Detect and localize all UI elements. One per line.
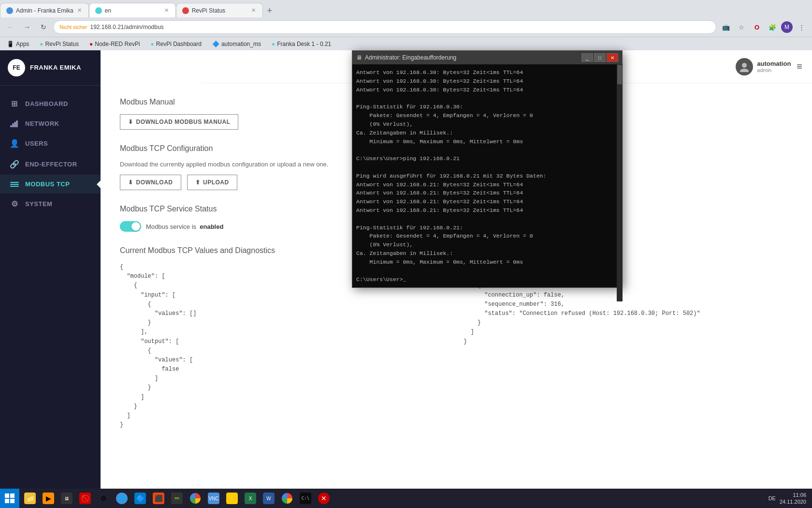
taskbar-item-app6[interactable]: 🔷 <box>131 490 149 507</box>
sidebar-item-network-label: NETWORK <box>25 120 59 127</box>
taskbar-item-app8[interactable]: 📟 <box>168 490 186 507</box>
tab-close-en[interactable]: ✕ <box>163 6 170 15</box>
app-container: FE FRANKA EMIKA ⊞ DASHBOARD NETWORK 👤 US… <box>0 50 812 489</box>
forward-button[interactable]: → <box>20 20 34 34</box>
terminal-title-text: Administrator: Eingabeaufforderung <box>365 54 456 61</box>
taskbar-item-excel[interactable]: X <box>242 490 259 507</box>
taskbar-item-app4[interactable]: 🚫 <box>76 490 94 507</box>
tab-favicon-revpi <box>182 7 189 14</box>
extensions-button[interactable]: 🧩 <box>766 20 779 34</box>
cast-button[interactable]: 📺 <box>719 20 733 34</box>
sidebar-navigation: ⊞ DASHBOARD NETWORK 👤 USERS 🔗 END-EFFECT… <box>0 86 101 489</box>
sidebar-item-users[interactable]: 👤 USERS <box>0 133 101 154</box>
svg-rect-11 <box>5 499 9 503</box>
taskbar-item-app9[interactable]: ⚡ <box>223 490 241 507</box>
tab-close-admin[interactable]: ✕ <box>76 6 83 15</box>
taskbar-lang: DE <box>768 495 776 501</box>
terminal-window: 🖥 Administrator: Eingabeaufforderung _ □… <box>352 50 623 288</box>
tab-revpi[interactable]: RevPi Status ✕ <box>176 3 263 17</box>
taskbar-item-chrome[interactable] <box>187 490 204 507</box>
tab-close-revpi[interactable]: ✕ <box>250 6 257 15</box>
sidebar-item-system[interactable]: ⚙ SYSTEM <box>0 194 101 214</box>
taskbar-item-cmd[interactable]: C:\ <box>297 490 314 507</box>
dashboard-icon: ⊞ <box>10 99 19 108</box>
bookmark-franka-desk[interactable]: ● Franka Desk 1 - 0.21 <box>269 40 334 48</box>
tab-title-admin: Admin - Franka Emika <box>16 7 73 14</box>
bookmark-franka-label: Franka Desk 1 - 0.21 <box>277 41 331 47</box>
user-role: admin <box>757 67 791 73</box>
taskbar-icon-cmd: C:\ <box>300 493 311 504</box>
address-bar[interactable]: Nicht sicher 192.168.0.21/admin/modbus <box>53 20 716 34</box>
tab-admin[interactable]: Admin - Franka Emika ✕ <box>0 3 89 17</box>
opera-icon[interactable]: O <box>750 20 764 34</box>
browser-actions: 📺 ☆ O 🧩 M ⋮ <box>719 20 808 34</box>
tab-en[interactable]: en ✕ <box>89 3 176 17</box>
taskbar-item-media[interactable]: ▶ <box>40 490 57 507</box>
svg-rect-9 <box>5 493 9 498</box>
terminal-titlebar: 🖥 Administrator: Eingabeaufforderung _ □… <box>352 51 622 64</box>
upload-config-label: UPLOAD <box>203 179 229 186</box>
menu-button[interactable]: ⋮ <box>795 20 808 34</box>
svg-rect-10 <box>10 493 14 498</box>
taskbar-item-app3[interactable]: 🖥 <box>58 490 75 507</box>
bookmark-revpi-dashboard[interactable]: ● RevPi Dashboard <box>148 40 204 48</box>
taskbar-icon-app10 <box>282 493 292 504</box>
terminal-close[interactable]: ✕ <box>607 53 618 62</box>
new-tab-button[interactable]: + <box>263 4 276 17</box>
system-icon: ⚙ <box>10 199 19 209</box>
sidebar-item-end-effector[interactable]: 🔗 END-EFFECTOR <box>0 154 101 175</box>
bookmark-nodered-icon: ● <box>89 41 93 47</box>
svg-rect-12 <box>10 499 14 503</box>
bookmark-revpi-icon: ● <box>40 41 43 47</box>
taskbar-item-network-tray[interactable]: 🌐 <box>113 490 130 507</box>
hamburger-menu[interactable]: ≡ <box>797 61 802 72</box>
taskbar-icon-app8: 📟 <box>171 493 183 504</box>
terminal-minimize[interactable]: _ <box>581 53 593 62</box>
download-config-button[interactable]: ⬇ DOWNLOAD <box>120 175 181 190</box>
taskbar-item-vnc[interactable]: VNC <box>205 490 222 507</box>
reload-button[interactable]: ↻ <box>37 20 50 34</box>
taskbar-icon-settings: ⚙ <box>98 493 109 504</box>
bookmark-automation[interactable]: 🔷 automation_ms <box>209 40 264 48</box>
taskbar-start-button[interactable] <box>0 489 19 508</box>
sidebar: FE FRANKA EMIKA ⊞ DASHBOARD NETWORK 👤 US… <box>0 50 101 489</box>
bookmark-revpi-dash-icon: ● <box>151 41 154 47</box>
terminal-scrollbar[interactable] <box>617 64 623 301</box>
terminal-overlay: 🖥 Administrator: Eingabeaufforderung _ □… <box>352 50 623 288</box>
bookmarks-bar: 📱 Apps ● RevPi Status ● Node-RED RevPi ●… <box>0 37 812 50</box>
sidebar-item-network[interactable]: NETWORK <box>0 114 101 133</box>
sidebar-item-modbus-tcp[interactable]: MODBUS TCP <box>0 175 101 194</box>
upload-config-button[interactable]: ⬆ UPLOAD <box>187 175 237 190</box>
taskbar-item-files[interactable]: 📁 <box>21 490 39 507</box>
user-details: automation admin <box>757 60 791 73</box>
account-button[interactable]: M <box>781 21 793 33</box>
bookmark-revpi-status[interactable]: ● RevPi Status <box>37 40 82 48</box>
terminal-body: Antwort von 192.168.0.30: Bytes=32 Zeit<… <box>352 64 622 287</box>
service-status-label: Modbus service is enabled <box>146 223 223 230</box>
back-button[interactable]: ← <box>4 20 17 34</box>
bookmark-apps-label: Apps <box>16 41 29 47</box>
taskbar-item-app7[interactable]: ⬛ <box>150 490 167 507</box>
taskbar-icon-app9: ⚡ <box>226 493 238 504</box>
sidebar-item-end-effector-label: END-EFFECTOR <box>25 161 77 168</box>
bookmark-nodered[interactable]: ● Node-RED RevPi <box>87 40 143 48</box>
tab-title-revpi: RevPi Status <box>192 7 247 14</box>
terminal-maximize[interactable]: □ <box>594 53 606 62</box>
taskbar-item-settings[interactable]: ⚙ <box>95 490 112 507</box>
bookmark-apps[interactable]: 📱 Apps <box>4 40 32 48</box>
taskbar-icon-network-tray: 🌐 <box>116 493 128 504</box>
service-toggle[interactable] <box>120 221 141 232</box>
taskbar-item-app11[interactable]: ✕ <box>315 490 333 507</box>
svg-rect-0 <box>10 125 12 127</box>
svg-rect-1 <box>12 123 14 127</box>
taskbar-item-word[interactable]: W <box>260 490 277 507</box>
taskbar-icon-chrome <box>190 493 201 504</box>
sidebar-item-modbus-label: MODBUS TCP <box>25 180 70 188</box>
sidebar-item-dashboard[interactable]: ⊞ DASHBOARD <box>0 93 101 114</box>
user-name: automation <box>757 60 791 67</box>
download-manual-button[interactable]: ⬇ DOWNLOAD MODBUS MANUAL <box>120 114 238 130</box>
taskbar-item-app10[interactable] <box>278 490 296 507</box>
bookmark-nodered-label: Node-RED RevPi <box>95 41 140 47</box>
svg-rect-4 <box>10 182 19 183</box>
bookmark-button[interactable]: ☆ <box>735 20 748 34</box>
